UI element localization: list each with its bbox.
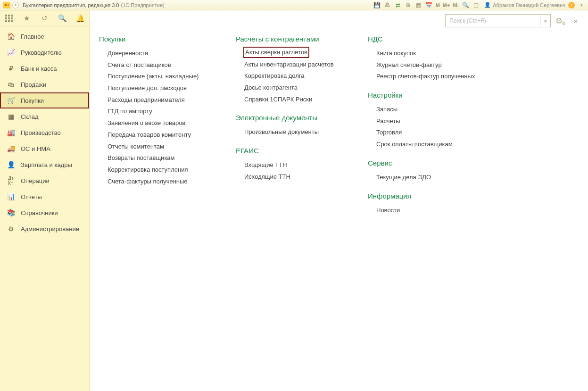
sidebar-item-admin[interactable]: ⚙Администрирование [0,221,89,237]
section-list: Акты сверки расчетов Акты инвентаризации… [236,48,349,105]
list-item[interactable]: Справки 1СПАРК Риски [244,94,349,106]
m-plus-button[interactable]: M+ [443,2,450,8]
list-item[interactable]: ГТД по импорту [108,106,217,117]
list-item-reconciliation[interactable]: Акты сверки расчетов [244,48,308,57]
sidebar-item-reports[interactable]: 📊Отчеты [0,189,89,205]
list-item[interactable]: Книга покупок [376,48,490,59]
section-title: Информация [368,192,490,200]
section-list: Книга покупок Журнал счетов-фактур Реест… [368,48,490,83]
section-settings: Настройки Запасы Расчеты Торговля Срок о… [368,91,490,150]
list-item[interactable]: Журнал счетов-фактур [376,59,490,71]
zoom-icon[interactable]: 🔍 [462,1,469,9]
search-clear-button[interactable]: × [540,15,550,27]
gear-icon: ⚙ [7,225,15,233]
platform-label: (1С:Предприятие) [121,2,164,8]
sidebar-item-bank[interactable]: ₽Банк и касса [0,60,89,76]
list-item[interactable]: Досье контрагента [244,82,349,94]
column-middle: Расчеты с контрагентами Акты сверки расч… [236,35,349,391]
m-minus-button[interactable]: M- [453,2,459,8]
sidebar-item-label: Отчеты [21,193,42,200]
list-item[interactable]: Возвраты поставщикам [108,152,217,164]
star-icon[interactable]: ★ [22,14,32,23]
section-list: Входящие ТТН Исходящие ТТН [236,159,349,183]
calculator-icon[interactable]: ▦ [415,1,422,9]
list-item[interactable]: Отчеты комитентам [108,141,217,153]
section-title: Сервис [368,159,490,167]
operations-icon: ДтКт [7,176,15,185]
content-area: × ⚙⚙ × Покупки Доверенности Счета от пос… [90,10,588,391]
sidebar-item-label: Продажи [21,81,46,88]
sidebar-item-catalogs[interactable]: 📚Справочники [0,205,89,221]
sidebar-item-warehouse[interactable]: ▦Склад [0,108,89,125]
search-input[interactable] [446,15,540,27]
list-item[interactable]: Новости [376,205,490,216]
list-item[interactable]: Запасы [376,104,490,116]
list-item[interactable]: Произвольные документы [244,126,349,138]
save-icon[interactable]: 💾 [373,1,381,9]
windows-icon[interactable]: ▢ [472,1,480,9]
sidebar-item-label: Администрирование [21,225,79,233]
list-item[interactable]: Расчеты [376,116,490,127]
list-item[interactable]: Реестр счетов-фактур полученных [376,71,490,83]
section-list: Новости [368,205,490,216]
apps-grid-icon[interactable] [4,14,14,23]
sidebar-item-label: Справочники [21,209,58,216]
column-right: НДС Книга покупок Журнал счетов-фактур Р… [368,35,490,391]
list-item[interactable]: Передача товаров комитенту [108,129,217,141]
close-panel-button[interactable]: × [571,17,580,25]
list-item[interactable]: Заявления о ввозе товаров [108,117,217,129]
list-item[interactable]: Срок оплаты поставщикам [376,139,490,150]
compare-icon[interactable]: ⇄ [394,1,402,9]
sidebar-item-operations[interactable]: ДтКтОперации [0,173,89,189]
search-icon[interactable]: 🔍 [58,14,67,23]
sidebar-item-hr[interactable]: 👤Зарплата и кадры [0,157,89,173]
calendar-icon[interactable]: 📅 [425,1,433,9]
list-item[interactable]: Корректировка поступления [108,164,217,176]
sidebar-item-label: Банк и касса [21,65,57,72]
panel-body: Покупки Доверенности Счета от поставщико… [99,35,579,391]
history-icon[interactable]: ↺ [40,14,49,23]
list-item[interactable]: Счета от поставщиков [108,59,217,71]
section-title: Электронные документы [236,114,349,122]
section-list: Запасы Расчеты Торговля Срок оплаты пост… [368,104,490,150]
list-item[interactable]: Текущие дела ЭДО [376,172,490,183]
sidebar: ★ ↺ 🔍 🔔 🏠Главное 📈Руководителю ₽Банк и к… [0,10,90,391]
list-item[interactable]: Поступление доп. расходов [108,83,217,94]
section-nds: НДС Книга покупок Журнал счетов-фактур Р… [368,35,490,83]
list-item[interactable]: Входящие ТТН [244,159,349,171]
section-edocs: Электронные документы Произвольные докум… [236,114,349,138]
bell-icon[interactable]: 🔔 [75,14,85,23]
sidebar-item-assets[interactable]: 🚚ОС и НМА [0,141,89,157]
list-item[interactable]: Корректировка долга [244,70,349,82]
section-purchases: Покупки Доверенности Счета от поставщико… [99,35,217,187]
print-icon[interactable]: 🖶 [384,1,391,9]
section-title: ЕГАИС [236,147,349,155]
m-button[interactable]: M [436,2,440,8]
user-block[interactable]: 👤 Абрамов Геннадий Сергеевич [484,2,565,8]
book-icon: 📚 [7,208,15,217]
info-icon[interactable]: i [568,2,575,8]
sidebar-item-label: Руководителю [21,49,62,56]
list-item[interactable]: Расходы предпринимателя [108,94,217,106]
sidebar-item-production[interactable]: 🏭Производство [0,125,89,141]
titlebar: 1C ▾ Бухгалтерия предприятия, редакция 3… [0,0,588,10]
list-item[interactable]: Доверенности [108,48,217,59]
list-item[interactable]: Счета-фактуры полученные [108,176,217,188]
document-icon[interactable]: 🗎 [405,1,412,9]
section-title: Расчеты с контрагентами [236,35,349,43]
sidebar-item-purchases[interactable]: 🛒Покупки [0,92,89,108]
user-name: Абрамов Геннадий Сергеевич [493,2,565,8]
section-list: Произвольные документы [236,126,349,138]
person-icon: 👤 [7,160,15,169]
sidebar-item-sales[interactable]: 🛍Продажи [0,76,89,92]
settings-gear-icon[interactable]: ⚙⚙ [555,16,567,26]
list-item[interactable]: Акты инвентаризации расчетов [244,59,349,71]
sidebar-item-main[interactable]: 🏠Главное [0,28,89,44]
chevron-down-icon[interactable]: ▾ [578,1,585,9]
bag-icon: 🛍 [7,80,15,89]
list-item[interactable]: Исходящие ТТН [244,171,349,183]
list-item[interactable]: Торговля [376,127,490,139]
list-item[interactable]: Поступление (акты, накладные) [108,71,217,83]
dropdown-circle-icon[interactable]: ▾ [12,2,19,8]
sidebar-item-manager[interactable]: 📈Руководителю [0,44,89,60]
